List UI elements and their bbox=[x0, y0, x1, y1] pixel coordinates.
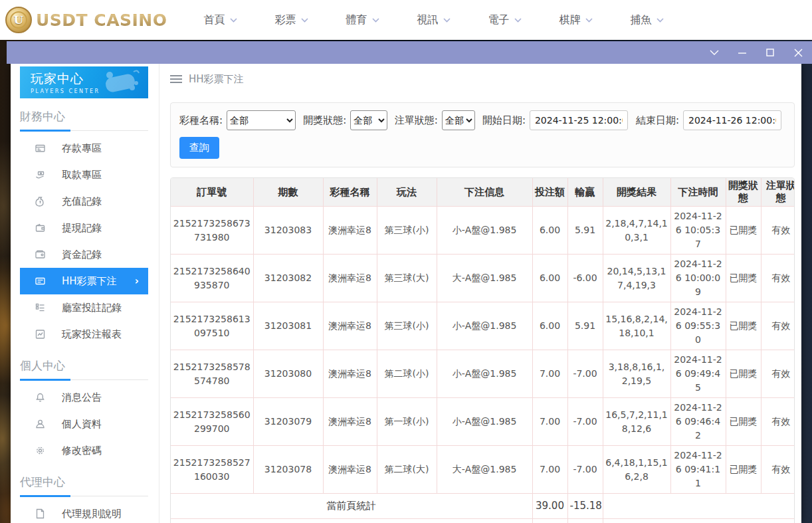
sidebar-item-label: 玩家投注報表 bbox=[62, 328, 122, 341]
sidebar-item-label: 廳室投註記錄 bbox=[62, 302, 122, 314]
table-cell: 澳洲幸运8 bbox=[323, 255, 377, 302]
sidebar-item-deposit[interactable]: 存款專區 bbox=[20, 135, 148, 161]
draw-status-select[interactable]: 全部 bbox=[350, 110, 387, 130]
site-logo[interactable]: U USDT CASINO bbox=[5, 7, 167, 33]
summary-winloss-total: -15.18 bbox=[567, 519, 603, 523]
sidebar-item-label: 提現記錄 bbox=[62, 222, 102, 235]
column-header-3: 彩種名稱 bbox=[323, 178, 377, 207]
sidebar-item-agent-rules[interactable]: 代理規則說明 bbox=[20, 500, 148, 523]
nav-item-2[interactable]: 彩票 bbox=[275, 13, 308, 27]
sidebar-item-player-report[interactable]: 玩家投注報表 bbox=[20, 321, 148, 348]
table-cell: 有效 bbox=[761, 207, 795, 255]
table-cell: 第二球(小) bbox=[377, 350, 437, 398]
column-header-10: 開獎狀態 bbox=[726, 178, 761, 207]
sidebar-item-change-password[interactable]: 修改密碼 bbox=[20, 437, 148, 464]
order-status-label: 注單狀態: bbox=[395, 114, 438, 127]
sidebar-item-label: 消息公告 bbox=[62, 391, 102, 404]
nav-item-3[interactable]: 體育 bbox=[346, 13, 379, 27]
nav-item-1[interactable]: 首頁 bbox=[204, 13, 237, 27]
players-center-window: 玩家中心 PLAYERS CENTER 財務中心存款專區取款專區充值記錄提現記錄… bbox=[11, 64, 801, 523]
filter-panel: 彩種名稱: 全部 開獎狀態: 全部 注單狀態: 全部 開始日期: 結束日期: 查… bbox=[170, 102, 795, 167]
summary-label: 當前頁統計 bbox=[171, 494, 532, 519]
sidebar-item-announcement[interactable]: 消息公告 bbox=[20, 384, 148, 411]
recharge-record-icon bbox=[35, 196, 46, 207]
table-cell: 2152173258578574780 bbox=[171, 350, 253, 398]
coin-letter: U bbox=[10, 11, 27, 29]
breadcrumb: HH彩票下注 bbox=[170, 64, 795, 94]
nav-item-4[interactable]: 視訊 bbox=[417, 13, 451, 27]
table-cell: 已開獎 bbox=[726, 350, 761, 398]
bets-table: 訂單號期數彩種名稱玩法下注信息投注額輸贏開獎結果下注時間開獎狀態注單狀態2152… bbox=[171, 178, 795, 523]
chevron-down-icon bbox=[514, 18, 522, 23]
column-header-11: 注單狀態 bbox=[761, 178, 795, 207]
maximize-button[interactable] bbox=[763, 45, 777, 60]
nav-item-label: 彩票 bbox=[275, 13, 296, 27]
column-header-1: 訂單號 bbox=[171, 178, 253, 207]
sidebar-item-label: 修改密碼 bbox=[62, 445, 102, 457]
table-cell: 2024-11-26 09:46:42 bbox=[670, 398, 726, 446]
sidebar-item-profile[interactable]: 個人資料 bbox=[20, 411, 148, 437]
table-cell: -6.00 bbox=[567, 255, 603, 302]
minimize-button[interactable] bbox=[735, 45, 750, 60]
table-cell: 31203078 bbox=[253, 446, 323, 494]
sidebar-item-withdrawal-record[interactable]: 提現記錄 bbox=[20, 215, 148, 241]
table-cell: 2024-11-26 09:41:11 bbox=[670, 446, 726, 494]
summary-winloss-total: -15.18 bbox=[567, 494, 603, 519]
start-date-input[interactable] bbox=[530, 110, 628, 130]
query-button[interactable]: 查詢 bbox=[179, 137, 219, 159]
end-date-label: 結束日期: bbox=[636, 114, 679, 127]
table-cell: 6.00 bbox=[532, 302, 567, 350]
nav-item-7[interactable]: 捕魚 bbox=[631, 13, 664, 27]
table-cell: 小-A盤@1.985 bbox=[437, 398, 532, 446]
nav-item-5[interactable]: 電子 bbox=[488, 13, 522, 27]
hamburger-icon[interactable] bbox=[170, 74, 182, 84]
chevron-down-icon[interactable] bbox=[707, 45, 722, 60]
coin-logo-icon: U bbox=[5, 7, 32, 33]
table-cell: 小-A盤@1.985 bbox=[437, 350, 532, 398]
change-password-icon bbox=[35, 445, 46, 456]
table-cell: 2024-11-26 10:05:37 bbox=[670, 207, 726, 255]
withdrawal-record-icon bbox=[35, 223, 46, 233]
sidebar-item-label: 個人資料 bbox=[62, 418, 102, 431]
table-cell: 7.00 bbox=[532, 350, 567, 398]
announcement-icon bbox=[35, 392, 46, 403]
column-header-9: 下注時間 bbox=[670, 178, 726, 207]
table-cell: 2024-11-26 09:55:30 bbox=[670, 302, 726, 350]
sidebar-item-funds-record[interactable]: 資金記錄 bbox=[20, 241, 148, 268]
sidebar-item-withdraw[interactable]: 取款專區 bbox=[20, 161, 148, 188]
table-row: 215217325867373198031203083澳洲幸运8第三球(小)小-… bbox=[171, 207, 795, 255]
nav-item-label: 首頁 bbox=[204, 13, 225, 27]
chevron-right-icon: › bbox=[135, 275, 139, 287]
funds-record-icon bbox=[35, 249, 46, 260]
lottery-name-label: 彩種名稱: bbox=[179, 114, 223, 127]
table-cell: 有效 bbox=[761, 302, 795, 350]
sidebar-item-label: 存款專區 bbox=[62, 142, 102, 155]
table-cell: 有效 bbox=[761, 398, 795, 446]
table-cell: 已開獎 bbox=[726, 302, 761, 350]
sidebar-item-label: 充值記錄 bbox=[62, 195, 102, 208]
lottery-name-select[interactable]: 全部 bbox=[227, 110, 296, 130]
table-cell: -7.00 bbox=[567, 446, 603, 494]
nav-item-label: 電子 bbox=[488, 13, 510, 27]
sidebar-item-recharge-record[interactable]: 充值記錄 bbox=[20, 188, 148, 215]
table-row: 215217325852716003031203078澳洲幸运8第二球(大)大-… bbox=[171, 446, 795, 494]
summary-bet-total: 39.00 bbox=[532, 494, 567, 519]
sidebar-item-room-bet-record[interactable]: 廳室投註記錄 bbox=[20, 294, 148, 321]
close-button[interactable] bbox=[791, 45, 805, 60]
table-cell: 7.00 bbox=[532, 446, 567, 494]
table-cell: 15,16,8,2,14,18,10,1 bbox=[603, 302, 670, 350]
table-cell: 澳洲幸运8 bbox=[323, 302, 377, 350]
section-divider bbox=[20, 496, 148, 496]
order-status-select[interactable]: 全部 bbox=[442, 110, 475, 130]
sidebar-item-lottery-bet[interactable]: HH彩票下注› bbox=[20, 268, 148, 294]
summary-bet-total: 39.00 bbox=[532, 519, 567, 523]
section-title-2: 個人中心 bbox=[11, 358, 159, 373]
table-cell: 已開獎 bbox=[726, 446, 761, 494]
table-cell: 20,14,5,13,17,4,19,3 bbox=[603, 255, 670, 302]
table-cell: 第三球(小) bbox=[377, 302, 437, 350]
end-date-input[interactable] bbox=[683, 110, 781, 130]
nav-item-6[interactable]: 棋牌 bbox=[559, 13, 593, 27]
table-cell: 7.00 bbox=[532, 398, 567, 446]
chevron-down-icon bbox=[585, 18, 593, 23]
withdraw-icon bbox=[35, 169, 46, 180]
